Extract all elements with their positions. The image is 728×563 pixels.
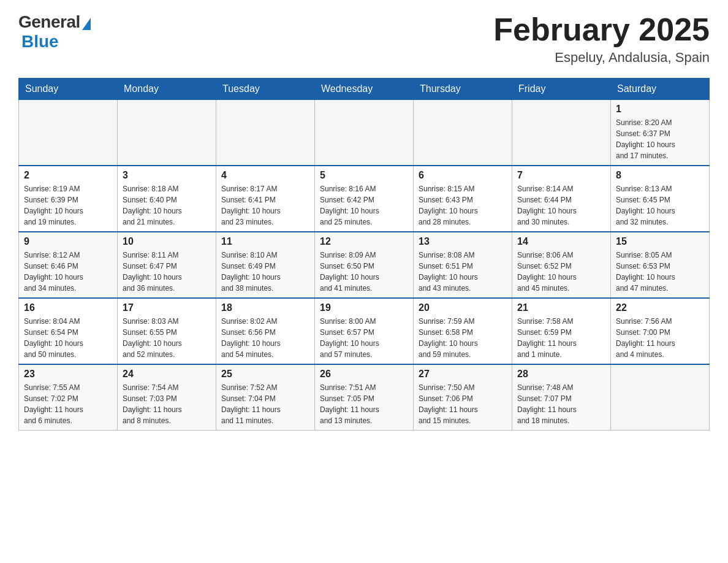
day-info: Sunrise: 8:06 AM Sunset: 6:52 PM Dayligh… xyxy=(517,250,605,294)
logo: General Blue xyxy=(18,12,91,52)
table-row: 10Sunrise: 8:11 AM Sunset: 6:47 PM Dayli… xyxy=(118,232,216,298)
day-info: Sunrise: 7:56 AM Sunset: 7:00 PM Dayligh… xyxy=(616,316,704,360)
table-row: 18Sunrise: 8:02 AM Sunset: 6:56 PM Dayli… xyxy=(216,298,315,364)
table-row: 21Sunrise: 7:58 AM Sunset: 6:59 PM Dayli… xyxy=(512,298,611,364)
day-number: 28 xyxy=(517,369,605,380)
page-header: General Blue February 2025 Espeluy, Anda… xyxy=(18,12,710,66)
table-row: 7Sunrise: 8:14 AM Sunset: 6:44 PM Daylig… xyxy=(512,166,611,232)
day-number: 17 xyxy=(123,302,211,313)
table-row: 5Sunrise: 8:16 AM Sunset: 6:42 PM Daylig… xyxy=(315,166,414,232)
day-info: Sunrise: 7:52 AM Sunset: 7:04 PM Dayligh… xyxy=(221,382,309,426)
day-info: Sunrise: 8:11 AM Sunset: 6:47 PM Dayligh… xyxy=(123,250,211,294)
day-number: 7 xyxy=(517,170,605,181)
day-number: 27 xyxy=(419,369,507,380)
table-row: 24Sunrise: 7:54 AM Sunset: 7:03 PM Dayli… xyxy=(118,364,216,431)
day-info: Sunrise: 8:13 AM Sunset: 6:45 PM Dayligh… xyxy=(616,183,704,228)
day-info: Sunrise: 8:09 AM Sunset: 6:50 PM Dayligh… xyxy=(320,250,408,294)
day-info: Sunrise: 8:04 AM Sunset: 6:54 PM Dayligh… xyxy=(24,316,112,360)
day-number: 19 xyxy=(320,302,408,313)
day-number: 6 xyxy=(419,170,507,181)
day-number: 24 xyxy=(123,369,211,380)
table-row: 20Sunrise: 7:59 AM Sunset: 6:58 PM Dayli… xyxy=(414,298,512,364)
day-number: 23 xyxy=(24,369,112,380)
location-title: Espeluy, Andalusia, Spain xyxy=(493,50,710,66)
day-info: Sunrise: 7:55 AM Sunset: 7:02 PM Dayligh… xyxy=(24,382,112,426)
day-info: Sunrise: 8:14 AM Sunset: 6:44 PM Dayligh… xyxy=(517,183,605,228)
table-row: 28Sunrise: 7:48 AM Sunset: 7:07 PM Dayli… xyxy=(512,364,611,431)
day-number: 15 xyxy=(616,236,704,247)
col-monday: Monday xyxy=(118,79,216,100)
table-row: 8Sunrise: 8:13 AM Sunset: 6:45 PM Daylig… xyxy=(611,166,710,232)
day-number: 5 xyxy=(320,170,408,181)
table-row xyxy=(118,100,216,166)
day-info: Sunrise: 8:00 AM Sunset: 6:57 PM Dayligh… xyxy=(320,316,408,360)
day-info: Sunrise: 7:51 AM Sunset: 7:05 PM Dayligh… xyxy=(320,382,408,426)
table-row xyxy=(414,100,512,166)
day-number: 21 xyxy=(517,302,605,313)
table-row xyxy=(216,100,315,166)
calendar-week-row: 2Sunrise: 8:19 AM Sunset: 6:39 PM Daylig… xyxy=(19,166,710,232)
day-info: Sunrise: 8:18 AM Sunset: 6:40 PM Dayligh… xyxy=(123,183,211,228)
day-info: Sunrise: 8:03 AM Sunset: 6:55 PM Dayligh… xyxy=(123,316,211,360)
logo-general-text: General xyxy=(18,12,80,32)
day-number: 10 xyxy=(123,236,211,247)
table-row: 6Sunrise: 8:15 AM Sunset: 6:43 PM Daylig… xyxy=(414,166,512,232)
day-number: 3 xyxy=(123,170,211,181)
table-row: 16Sunrise: 8:04 AM Sunset: 6:54 PM Dayli… xyxy=(19,298,118,364)
day-info: Sunrise: 8:16 AM Sunset: 6:42 PM Dayligh… xyxy=(320,183,408,228)
table-row: 15Sunrise: 8:05 AM Sunset: 6:53 PM Dayli… xyxy=(611,232,710,298)
day-info: Sunrise: 8:08 AM Sunset: 6:51 PM Dayligh… xyxy=(419,250,507,294)
table-row: 1Sunrise: 8:20 AM Sunset: 6:37 PM Daylig… xyxy=(611,100,710,166)
day-info: Sunrise: 8:20 AM Sunset: 6:37 PM Dayligh… xyxy=(616,117,704,161)
table-row: 27Sunrise: 7:50 AM Sunset: 7:06 PM Dayli… xyxy=(414,364,512,431)
table-row: 23Sunrise: 7:55 AM Sunset: 7:02 PM Dayli… xyxy=(19,364,118,431)
day-info: Sunrise: 8:05 AM Sunset: 6:53 PM Dayligh… xyxy=(616,250,704,294)
logo-blue-text: Blue xyxy=(21,32,59,52)
calendar-header-row: Sunday Monday Tuesday Wednesday Thursday… xyxy=(19,79,710,100)
col-thursday: Thursday xyxy=(414,79,512,100)
day-number: 13 xyxy=(419,236,507,247)
day-number: 11 xyxy=(221,236,309,247)
day-number: 8 xyxy=(616,170,704,181)
table-row: 11Sunrise: 8:10 AM Sunset: 6:49 PM Dayli… xyxy=(216,232,315,298)
calendar-week-row: 16Sunrise: 8:04 AM Sunset: 6:54 PM Dayli… xyxy=(19,298,710,364)
day-number: 18 xyxy=(221,302,309,313)
table-row xyxy=(19,100,118,166)
day-number: 16 xyxy=(24,302,112,313)
day-info: Sunrise: 7:58 AM Sunset: 6:59 PM Dayligh… xyxy=(517,316,605,360)
table-row xyxy=(611,364,710,431)
table-row: 13Sunrise: 8:08 AM Sunset: 6:51 PM Dayli… xyxy=(414,232,512,298)
table-row xyxy=(512,100,611,166)
day-number: 22 xyxy=(616,302,704,313)
table-row: 9Sunrise: 8:12 AM Sunset: 6:46 PM Daylig… xyxy=(19,232,118,298)
day-info: Sunrise: 7:54 AM Sunset: 7:03 PM Dayligh… xyxy=(123,382,211,426)
table-row: 19Sunrise: 8:00 AM Sunset: 6:57 PM Dayli… xyxy=(315,298,414,364)
day-number: 4 xyxy=(221,170,309,181)
col-tuesday: Tuesday xyxy=(216,79,315,100)
day-info: Sunrise: 7:59 AM Sunset: 6:58 PM Dayligh… xyxy=(419,316,507,360)
table-row: 2Sunrise: 8:19 AM Sunset: 6:39 PM Daylig… xyxy=(19,166,118,232)
day-info: Sunrise: 8:02 AM Sunset: 6:56 PM Dayligh… xyxy=(221,316,309,360)
day-info: Sunrise: 7:50 AM Sunset: 7:06 PM Dayligh… xyxy=(419,382,507,426)
title-block: February 2025 Espeluy, Andalusia, Spain xyxy=(493,12,710,66)
day-number: 12 xyxy=(320,236,408,247)
col-saturday: Saturday xyxy=(611,79,710,100)
col-friday: Friday xyxy=(512,79,611,100)
table-row: 14Sunrise: 8:06 AM Sunset: 6:52 PM Dayli… xyxy=(512,232,611,298)
day-info: Sunrise: 8:10 AM Sunset: 6:49 PM Dayligh… xyxy=(221,250,309,294)
day-number: 20 xyxy=(419,302,507,313)
calendar-week-row: 23Sunrise: 7:55 AM Sunset: 7:02 PM Dayli… xyxy=(19,364,710,431)
day-number: 1 xyxy=(616,104,704,115)
month-title: February 2025 xyxy=(493,12,710,47)
day-info: Sunrise: 8:15 AM Sunset: 6:43 PM Dayligh… xyxy=(419,183,507,228)
table-row: 4Sunrise: 8:17 AM Sunset: 6:41 PM Daylig… xyxy=(216,166,315,232)
col-wednesday: Wednesday xyxy=(315,79,414,100)
day-info: Sunrise: 8:19 AM Sunset: 6:39 PM Dayligh… xyxy=(24,183,112,228)
table-row xyxy=(315,100,414,166)
day-number: 9 xyxy=(24,236,112,247)
table-row: 25Sunrise: 7:52 AM Sunset: 7:04 PM Dayli… xyxy=(216,364,315,431)
day-info: Sunrise: 8:12 AM Sunset: 6:46 PM Dayligh… xyxy=(24,250,112,294)
table-row: 22Sunrise: 7:56 AM Sunset: 7:00 PM Dayli… xyxy=(611,298,710,364)
col-sunday: Sunday xyxy=(19,79,118,100)
table-row: 12Sunrise: 8:09 AM Sunset: 6:50 PM Dayli… xyxy=(315,232,414,298)
